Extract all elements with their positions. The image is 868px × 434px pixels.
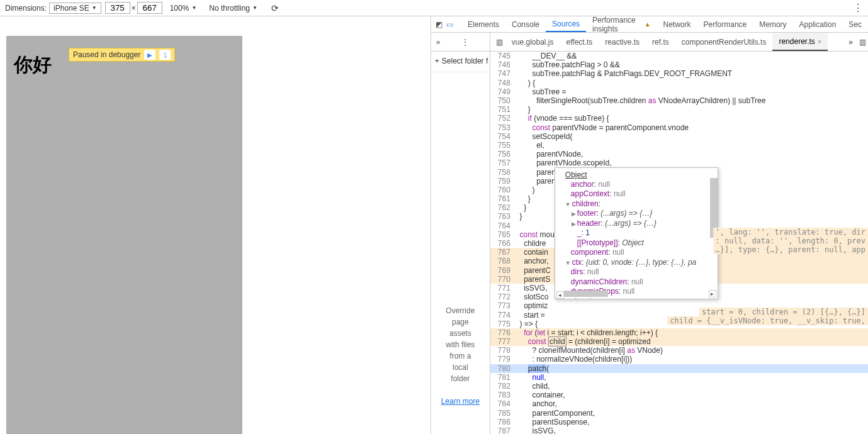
code-line[interactable]: 784 anchor, (490, 399, 868, 408)
code-text: } (516, 105, 868, 114)
line-number: 785 (490, 409, 516, 418)
devtools-tabs: ◩ ▭ Elements Console Sources Performance… (431, 16, 868, 33)
device-select[interactable]: iPhone SE▼ (49, 3, 101, 14)
navigator-toggle[interactable]: » ⋮ (431, 33, 490, 51)
code-text: null, (516, 373, 868, 382)
code-text: subTree = (516, 87, 868, 96)
scroll-right-icon[interactable]: ▸ (709, 290, 716, 298)
code-line[interactable]: 787 isSVG, (490, 426, 868, 434)
line-number: 778 (490, 346, 516, 355)
code-line[interactable]: 780 patch( (490, 364, 868, 373)
code-text: filterSingleRoot(subTree.children as VNo… (516, 96, 868, 105)
code-line[interactable]: 754 setScopeId( (490, 132, 868, 141)
code-line[interactable]: 777 const child = (children[i] = optimiz… (490, 337, 868, 346)
line-number: 784 (490, 399, 516, 408)
code-line[interactable]: 747 subTree.patchFlag & PatchFlags.DEV_R… (490, 69, 868, 78)
tab-memory[interactable]: Memory (753, 16, 792, 32)
code-line[interactable]: 756 parentVNode, (490, 150, 868, 159)
inspect-icon[interactable]: ◩ (435, 20, 443, 29)
height-input[interactable] (137, 2, 162, 14)
code-editor[interactable]: 745 __DEV__ &&746 subTree.patchFlag > 0 … (490, 52, 868, 434)
line-number: 771 (490, 284, 516, 292)
tab-application[interactable]: Application (793, 16, 843, 32)
code-line[interactable]: 785 parentComponent, (490, 409, 868, 418)
learn-more-link[interactable]: Learn more (441, 396, 480, 407)
width-input[interactable] (105, 2, 130, 14)
line-number: 758 (490, 168, 516, 177)
filetab-effect[interactable]: effect.ts (560, 33, 599, 51)
code-line[interactable]: 779 : normalizeVNode(children[i])) (490, 355, 868, 364)
dimensions-label: Dimensions: (5, 4, 47, 13)
code-line[interactable]: 752 if (vnode === subTree) { (490, 114, 868, 123)
rotate-icon[interactable]: ⟳ (271, 3, 279, 13)
resume-icon[interactable]: ▶ (144, 50, 155, 60)
code-line[interactable]: 755 el, (490, 141, 868, 150)
select-folder-button[interactable]: +Select folder f (431, 57, 490, 72)
filetab-ref[interactable]: ref.ts (646, 33, 675, 51)
device-toggle-icon[interactable]: ▭ (446, 20, 454, 29)
line-number: 772 (490, 292, 516, 301)
code-line[interactable]: 781 null, (490, 373, 868, 382)
line-number: 749 (490, 87, 516, 96)
throttle-select[interactable]: No throttling▼ (205, 3, 261, 13)
scroll-left-icon[interactable]: ◂ (556, 291, 564, 299)
line-number: 753 (490, 123, 516, 132)
filetab-vue-global[interactable]: vue.global.js (505, 33, 560, 51)
code-text: parentSuspense, (516, 418, 868, 426)
line-number: 768 (490, 257, 516, 265)
kebab-menu-icon[interactable]: ⋮ (853, 2, 863, 14)
line-number: 762 (490, 203, 516, 212)
code-line[interactable]: 745 __DEV__ && (490, 52, 868, 60)
code-line[interactable]: 751 } (490, 105, 868, 114)
override-description: Override page assets with files from a l… (441, 305, 480, 407)
tab-performance[interactable]: Performance (697, 16, 753, 32)
code-line[interactable]: 778 ? cloneIfMounted(children[i] as VNod… (490, 346, 868, 355)
close-icon[interactable]: × (818, 38, 821, 45)
code-text: const parentVNode = parentComponent.vnod… (516, 123, 868, 132)
code-line[interactable]: 783 container, (490, 391, 868, 399)
filetab-reactive[interactable]: reactive.ts (599, 33, 646, 51)
tab-sources[interactable]: Sources (546, 16, 586, 32)
tab-network[interactable]: Network (657, 16, 697, 32)
line-number: 761 (490, 194, 516, 203)
code-line[interactable]: 749 subTree = (490, 87, 868, 96)
tooltip-row: ▶header: (...args) => {…} (559, 219, 714, 229)
kebab-menu-icon[interactable]: ⋮ (461, 38, 469, 47)
chevron-right-icon[interactable]: » (848, 38, 857, 47)
tab-elements[interactable]: Elements (461, 16, 505, 32)
line-number: 755 (490, 141, 516, 150)
inline-hint: …}], type: {…}, parent: null, app (713, 245, 868, 254)
filetab-component-render-utils[interactable]: componentRenderUtils.ts (675, 33, 773, 51)
tooltip-row: ▶component: null (559, 248, 714, 258)
line-number: 764 (490, 221, 516, 230)
line-number: 747 (490, 69, 516, 78)
zoom-select[interactable]: 100%▼ (166, 3, 201, 13)
devtools-panel: ◩ ▭ Elements Console Sources Performance… (431, 16, 868, 434)
code-line[interactable]: 746 subTree.patchFlag > 0 && (490, 60, 868, 69)
value-tooltip: Object ▶anchor: null▶appContext: null▼ch… (555, 167, 718, 299)
code-line[interactable]: 776 for (let i = start; i < children.len… (490, 328, 868, 337)
line-number: 765 (490, 230, 516, 239)
code-line[interactable]: 750 filterSingleRoot(subTree.children as… (490, 96, 868, 105)
code-line[interactable]: 786 parentSuspense, (490, 418, 868, 426)
code-line[interactable]: 753 const parentVNode = parentComponent.… (490, 123, 868, 132)
page-content-text: 你好 (14, 52, 52, 78)
more-icon[interactable]: ▥ (857, 38, 868, 47)
tab-security[interactable]: Sec (842, 16, 868, 32)
code-line[interactable]: 782 child, (490, 382, 868, 391)
device-frame: 你好 (6, 36, 242, 434)
step-over-icon[interactable]: ⤵ (159, 50, 171, 60)
code-text: patch( (516, 364, 868, 373)
chevron-down-icon: ▼ (92, 5, 97, 11)
code-line[interactable]: 757 parentVNode.scopeId, (490, 159, 868, 167)
code-line[interactable]: 748 ) { (490, 79, 868, 87)
filetab-renderer[interactable]: renderer.ts× (772, 33, 828, 51)
line-number: 754 (490, 132, 516, 141)
scrollbar-horizontal[interactable]: ◂▸ (556, 290, 716, 298)
tooltip-row: ▶dynamicChildren: null (559, 277, 714, 287)
file-prev-icon[interactable]: ▥ (494, 38, 505, 47)
code-text: ? cloneIfMounted(children[i] as VNode) (516, 346, 868, 355)
tab-console[interactable]: Console (505, 16, 546, 32)
line-number: 763 (490, 212, 516, 221)
tab-perf-insights[interactable]: Performance insights▲ (586, 16, 657, 32)
